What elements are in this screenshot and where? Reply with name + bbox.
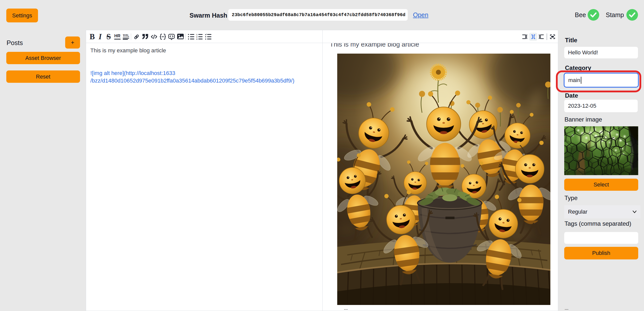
svg-text:3: 3 (196, 38, 198, 40)
svg-text:1: 1 (196, 34, 198, 36)
svg-text:2: 2 (196, 36, 198, 38)
